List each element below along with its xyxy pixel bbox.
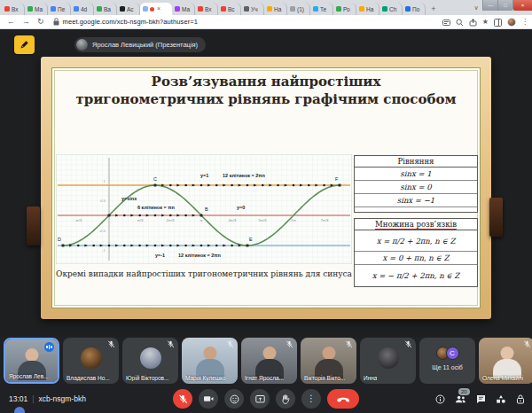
bookmark-star-icon[interactable]: ★ [482,19,489,26]
browser-tab-active-meet[interactable]: × [140,3,172,15]
tab-label: На [366,6,373,12]
zoom-icon[interactable] [456,19,464,27]
svg-text:4π/3: 4π/3 [228,218,237,222]
browser-tab[interactable]: Ch [379,3,403,15]
tab-label: Вх [205,6,212,12]
tab-label: Ва [104,6,111,12]
mic-off-icon [226,340,234,348]
participant-avatar [81,347,102,369]
browser-tab[interactable]: По [403,3,426,15]
kebab-icon: ⋮ [307,394,316,403]
participant-name: Ярослав Лев... [9,373,49,379]
new-tab-button[interactable]: + [428,4,439,14]
equations-table-header: Рівняння [355,156,477,168]
forward-icon[interactable]: → [22,18,30,26]
browser-tab[interactable]: Ро [333,3,356,15]
mic-off-icon [523,340,531,348]
camera-icon [203,394,214,403]
activities-button[interactable] [496,394,506,404]
tab-search-dropdown[interactable]: ∨ [470,2,482,14]
favicon-icon [290,6,295,12]
favicon-icon [74,6,79,12]
browser-tab[interactable]: Уч [241,3,264,15]
participant-tile[interactable]: Олена Михайлі [479,338,532,384]
browser-tab[interactable]: Ас [117,3,140,15]
equations-table: Рівняння sinx = 1 sinx = 0 sinx = −1 [354,155,478,213]
favicon-icon [359,6,364,12]
raise-hand-button[interactable] [276,389,295,409]
svg-text:0.5: 0.5 [100,199,106,203]
mic-off-icon [178,394,188,404]
slide-content: Розв’язування найпростіших тригонометрич… [51,67,481,308]
lock-icon [516,394,525,404]
participant-tile[interactable]: Марія Кулешко [182,338,238,384]
browser-tab[interactable]: Вх [195,3,218,15]
tab-label: Вс [228,6,235,12]
browser-tab[interactable]: Вс [218,3,241,15]
overflow-participants-tile[interactable]: С Ще 11 осіб [419,338,475,384]
presenter-pill[interactable]: Ярослав Левицький (Презентація) [74,37,206,52]
annotate-extension-button[interactable] [14,35,35,54]
chrome-menu-kebab-icon[interactable]: ⋮ [521,19,528,26]
https-lock-icon[interactable] [53,18,59,26]
presenter-name: Ярослав Левицький (Презентація) [92,41,198,49]
participant-name: Владислав Но... [66,375,110,381]
browser-tab[interactable]: На [356,3,379,15]
back-icon[interactable]: ← [7,18,15,26]
solution-row: x = 0 + πn, n ∈ Z [355,252,477,265]
browser-tab[interactable]: Вх [2,3,25,15]
window-minimize-button[interactable]: — [482,0,497,11]
browser-tab[interactable]: Ва [94,3,117,15]
solution-row: x = − π/2 + 2πn, n ∈ Z [355,265,477,286]
browser-tab-strip: Вх Ма Пе 4d Ва Ас × Ма Вх Вс Уч На (1) Т… [0,0,532,15]
url-text[interactable]: meet.google.com/xcb-nsgm-bkh?authuser=1 [63,18,199,26]
tab-label: Ch [389,6,396,12]
tab-label: Уч [251,6,258,12]
screen: Вх Ма Пе 4d Ва Ас × Ма Вх Вс Уч На (1) Т… [0,0,532,413]
participant-tile[interactable]: Инна [360,338,416,384]
window-close-button[interactable]: × [512,0,532,11]
browser-tab[interactable]: Те [310,3,333,15]
participant-tile-speaking[interactable]: Ярослав Лев... [4,338,59,384]
mic-toggle-button[interactable] [173,389,192,409]
share-icon[interactable] [469,19,477,27]
more-options-button[interactable]: ⋮ [301,389,321,409]
camera-toggle-button[interactable] [199,389,218,409]
browser-tab[interactable]: (1) [287,3,310,15]
window-maximize-button[interactable]: □ [497,0,512,11]
participants-count-badge: 20 [458,388,470,395]
tab-label: По [412,6,419,12]
solutions-table: Множина розв’язків x = π/2 + 2πn, n ∈ Z … [354,218,478,287]
participant-tile[interactable]: Ігнат Яросла... [241,338,297,384]
browser-tab[interactable]: 4d [71,3,94,15]
reading-list-icon[interactable] [442,19,450,27]
reload-icon[interactable]: ↻ [37,18,44,26]
svg-text:5π/3: 5π/3 [258,218,267,222]
overflow-avatars: С [436,347,459,360]
window-controls: ∨ — □ × [470,0,532,15]
host-controls-button[interactable] [516,394,525,404]
profile-avatar[interactable] [507,18,516,27]
participant-tile[interactable]: Владислав Но... [63,338,119,384]
side-panel-icon[interactable] [494,19,502,27]
equation-row: sinx = 0 [355,181,477,194]
label-y-equals-1: y=1 [200,173,208,178]
browser-tab[interactable]: На [264,3,287,15]
browser-tab[interactable]: Ма [172,3,195,15]
present-screen-button[interactable] [250,389,270,409]
participants-button[interactable]: 20 [455,394,466,404]
label-y-equals-sinx: y=sinx [121,196,137,201]
reactions-button[interactable] [224,389,244,409]
browser-tab[interactable]: Пе [48,3,71,15]
participant-name: Вікторія Вікто... [304,375,345,381]
tab-close-icon[interactable]: × [157,6,160,12]
chat-button[interactable] [476,394,486,404]
tab-label: Ро [343,6,350,12]
svg-text:-1: -1 [102,248,106,253]
slide-tables: Рівняння sinx = 1 sinx = 0 sinx = −1 Мно… [354,155,478,287]
browser-tab[interactable]: Ма [25,3,48,15]
meeting-details-button[interactable] [435,394,445,404]
end-call-button[interactable] [327,389,359,409]
participant-tile[interactable]: Вікторія Вікто... [301,338,356,384]
participant-tile[interactable]: Юрій Вікторов... [122,338,178,384]
